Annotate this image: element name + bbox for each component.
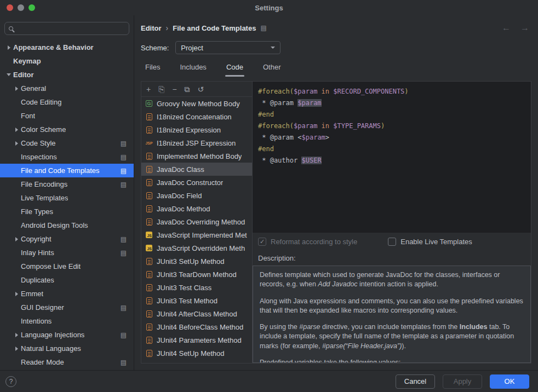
list-item[interactable]: JUnit3 Test Class [141,281,252,294]
sidebar-item-copyright[interactable]: Copyright ▤ [0,232,134,246]
list-item[interactable]: JavaDoc Method [141,202,252,215]
remove-template-button[interactable]: − [172,85,176,93]
list-item[interactable]: JUnit4 BeforeClass Method [141,320,252,333]
list-item[interactable]: I18nized Concatenation [141,110,252,123]
zoom-window-button[interactable] [28,4,35,11]
chevron-right-icon[interactable] [15,128,18,132]
sidebar-item-appearance-behavior[interactable]: Appearance & Behavior [0,41,134,54]
add-template-button[interactable]: + [146,85,151,93]
sidebar-item-live-templates[interactable]: Live Templates [0,191,134,205]
chevron-right-icon[interactable] [15,87,18,91]
sidebar-item-natural-languages[interactable]: Natural Languages [0,342,134,355]
tab-includes[interactable]: Includes [179,63,207,77]
sidebar-item-code-style[interactable]: Code Style ▤ [0,136,134,150]
list-item[interactable]: JUnit3 SetUp Method [141,255,252,268]
list-item[interactable]: G Groovy New Method Body [141,97,252,110]
breadcrumb-editor[interactable]: Editor [141,24,162,32]
sidebar-item-editor[interactable]: Editor [0,68,134,82]
sidebar-item-inlay-hints[interactable]: Inlay Hints ▤ [0,246,134,260]
apply-button[interactable]: Apply [443,374,482,389]
template-code-editor[interactable]: #foreach($param in $RECORD_COMPONENTS) *… [253,82,531,233]
settings-window: Settings Appearance & Behavior Keymap [0,0,538,392]
description-panel: Defines template which used to generate … [253,266,531,363]
sidebar-item-label: Code Editing [21,98,61,106]
sidebar-item-file-types[interactable]: File Types [0,205,134,218]
tab-code[interactable]: Code [225,63,244,77]
code-line: * @param <$param> [258,132,525,143]
list-item-javadoc-class[interactable]: JavaDoc Class [141,163,252,176]
scheme-row: Scheme: Project [141,37,531,58]
minimize-window-button[interactable] [18,4,24,11]
copy-template-button[interactable]: ⧉ [185,85,190,93]
screen-icon: ▤ [121,168,127,174]
forward-button[interactable]: → [520,24,529,32]
back-button[interactable]: ← [502,24,511,32]
search-input[interactable] [18,25,125,32]
tab-other[interactable]: Other [262,63,282,77]
sidebar-item-general[interactable]: General [0,82,134,95]
sidebar-item-keymap[interactable]: Keymap [0,54,134,68]
settings-search[interactable] [4,22,129,35]
sidebar-item-compose-live-edit[interactable]: Compose Live Edit [0,260,134,273]
live-templates-checkbox-group[interactable]: Enable Live Templates [388,238,472,246]
sidebar-item-android-design-tools[interactable]: Android Design Tools [0,218,134,232]
sidebar-item-file-encodings[interactable]: File Encodings ▤ [0,177,134,191]
reformat-checkbox-group[interactable]: Reformat according to style [258,238,357,246]
list-item[interactable]: JavaDoc Constructor [141,176,252,189]
sidebar-item-intentions[interactable]: Intentions [0,314,134,328]
cancel-button[interactable]: Cancel [396,374,435,389]
list-item[interactable]: JS JavaScript Implemented Met [141,228,252,241]
list-item[interactable]: I18nized Expression [141,123,252,136]
sidebar-item-inspections[interactable]: Inspections ▤ [0,150,134,164]
list-item[interactable]: JavaDoc Field [141,189,252,202]
help-button[interactable]: ? [5,376,16,387]
ok-button[interactable]: OK [490,374,529,389]
sidebar-item-duplicates[interactable]: Duplicates [0,273,134,287]
list-item[interactable]: JUnit3 TearDown Method [141,268,252,281]
list-item[interactable]: JS JavaScript Overridden Meth [141,241,252,255]
sidebar-item-label: GUI Designer [21,303,64,312]
chevron-right-icon[interactable] [15,237,18,241]
list-item[interactable]: JUnit4 AfterClass Method [141,307,252,320]
sidebar-item-label: Inlay Hints [21,249,54,257]
sidebar-item-font[interactable]: Font [0,109,134,123]
create-child-template-button[interactable]: ⎘ [158,85,164,93]
sidebar-item-emmet[interactable]: Emmet [0,287,134,301]
template-icon [146,113,152,120]
screen-icon: ▤ [121,304,127,311]
chevron-right-icon[interactable] [15,333,18,337]
sidebar-item-gui-designer[interactable]: GUI Designer ▤ [0,301,134,314]
chevron-down-icon[interactable] [7,73,11,76]
reformat-checkbox[interactable] [258,238,266,246]
reset-template-button[interactable]: ↺ [198,85,204,93]
chevron-right-icon[interactable] [15,347,18,351]
chevron-right-icon[interactable] [15,292,18,296]
list-item[interactable]: JUnit4 SetUp Method [141,347,252,360]
screen-icon: ▤ [121,140,127,147]
settings-sidebar: Appearance & Behavior Keymap Editor Gene… [0,15,134,370]
scheme-select[interactable]: Project [175,41,281,54]
sidebar-item-label: Color Scheme [21,125,66,134]
list-item[interactable]: JUnit3 Test Method [141,294,252,307]
description-paragraph: Predefined variables take the following … [260,358,524,363]
list-item[interactable]: JavaDoc Overriding Method [141,215,252,228]
sidebar-item-language-injections[interactable]: Language Injections ▤ [0,328,134,342]
close-window-button[interactable] [7,4,13,11]
sidebar-item-label: Appearance & Behavior [13,43,94,51]
list-item[interactable]: JUnit4 Parameters Method [141,333,252,347]
chevron-right-icon[interactable] [8,45,10,50]
sidebar-item-file-and-code-templates[interactable]: File and Code Templates ▤ [0,164,134,177]
sidebar-item-reader-mode[interactable]: Reader Mode ▤ [0,355,134,369]
sidebar-item-color-scheme[interactable]: Color Scheme [0,123,134,136]
sidebar-item-label: Compose Live Edit [21,262,81,270]
chevron-right-icon[interactable] [15,141,18,146]
list-item-label: I18nized JSP Expression [157,139,236,147]
list-item[interactable]: Implemented Method Body [141,149,252,163]
traffic-lights [7,4,39,11]
list-item[interactable]: JSP I18nized JSP Expression [141,136,252,149]
sidebar-item-code-editing[interactable]: Code Editing [0,95,134,109]
tab-files[interactable]: Files [144,63,161,77]
sidebar-item-label: File Encodings [21,180,67,188]
enable-live-templates-checkbox[interactable] [388,238,396,246]
sidebar-item-label: Code Style [21,139,56,147]
